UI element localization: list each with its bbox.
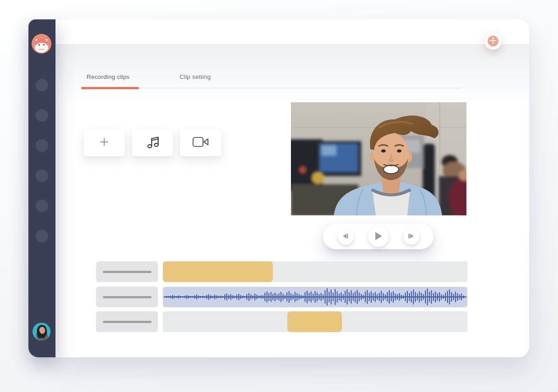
video-preview <box>291 102 466 215</box>
audio-waveform <box>163 287 467 307</box>
tab-bar: Recording clips Clip setting <box>81 73 460 90</box>
user-avatar[interactable] <box>32 323 51 341</box>
drag-handle-line <box>103 271 152 273</box>
track-drag-handle[interactable] <box>96 311 158 332</box>
add-video-button[interactable] <box>180 129 221 156</box>
playback-controls <box>323 224 433 249</box>
sidebar-item-2[interactable] <box>36 109 48 122</box>
audio-clip-2[interactable] <box>287 311 342 332</box>
add-clip-button[interactable] <box>83 129 125 156</box>
timeline-track-row <box>55 311 529 332</box>
video-frame-illustration <box>291 102 466 215</box>
drag-handle-line <box>103 321 152 323</box>
step-forward-button[interactable] <box>403 229 419 245</box>
sidebar-item-4[interactable] <box>36 169 48 182</box>
track-drag-handle[interactable] <box>96 261 158 282</box>
timeline-track-row <box>55 261 529 282</box>
sidebar-item-5[interactable] <box>36 200 48 212</box>
track-lane[interactable] <box>163 311 467 332</box>
tab-recording-clips[interactable]: Recording clips <box>87 73 129 87</box>
app-window: Recording clips Clip setting <box>55 19 529 357</box>
plus-icon <box>489 36 497 46</box>
audio-clip-1[interactable] <box>163 261 273 282</box>
timeline-track-row <box>55 287 529 307</box>
drag-handle-line <box>103 296 152 298</box>
tab-clip-setting[interactable]: Clip setting <box>180 73 211 87</box>
sidebar-item-3[interactable] <box>36 139 48 152</box>
play-button[interactable] <box>368 226 389 247</box>
track-lane[interactable] <box>163 287 467 307</box>
active-tab-indicator <box>81 87 139 89</box>
sidebar <box>28 19 55 357</box>
track-drag-handle[interactable] <box>96 287 158 307</box>
add-audio-button[interactable] <box>132 129 173 156</box>
new-recording-button[interactable] <box>484 32 502 50</box>
plus-icon <box>99 137 110 149</box>
clip-toolbar <box>83 129 221 156</box>
play-icon <box>374 232 383 242</box>
sidebar-item-6[interactable] <box>36 230 48 242</box>
step-backward-button[interactable] <box>338 229 354 245</box>
video-camera-icon <box>192 135 210 150</box>
app-screen: Recording clips Clip setting <box>0 0 558 392</box>
sidebar-item-1[interactable] <box>36 79 48 91</box>
monkey-logo-icon[interactable] <box>32 34 51 54</box>
step-backward-icon <box>342 233 349 240</box>
voice-waveform-clip[interactable] <box>163 287 467 307</box>
music-note-icon <box>144 134 161 152</box>
track-lane[interactable] <box>163 261 467 282</box>
step-forward-icon <box>408 233 414 240</box>
